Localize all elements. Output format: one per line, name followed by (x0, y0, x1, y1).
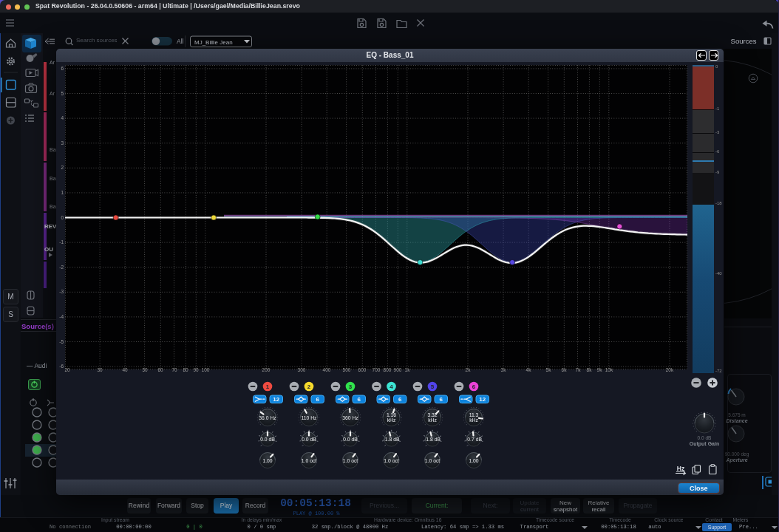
svg-text:4: 4 (390, 383, 393, 390)
svg-text:11.3: 11.3 (469, 412, 479, 417)
svg-text:6: 6 (439, 396, 443, 403)
svg-text:1.0 oct: 1.0 oct (302, 458, 317, 463)
svg-text:kHz: kHz (387, 417, 396, 423)
svg-text:1.0 oct: 1.0 oct (343, 458, 358, 463)
svg-text:0.0 dB: 0.0 dB (343, 437, 358, 442)
svg-text:1.00: 1.00 (469, 458, 478, 463)
svg-text:1: 1 (266, 383, 270, 390)
svg-text:1.16: 1.16 (387, 412, 396, 417)
svg-text:-0.7 dB: -0.7 dB (466, 437, 482, 442)
svg-text:kHz: kHz (469, 417, 478, 423)
svg-text:3.32: 3.32 (427, 412, 437, 417)
svg-text:-1.8 dB: -1.8 dB (424, 437, 440, 442)
svg-text:0.0 dB: 0.0 dB (302, 437, 316, 442)
svg-text:12: 12 (479, 396, 486, 403)
svg-text:-1.8 dB: -1.8 dB (384, 437, 400, 442)
svg-text:1.0 oct: 1.0 oct (425, 458, 440, 463)
svg-text:2: 2 (307, 383, 311, 390)
svg-text:0.0 dB: 0.0 dB (698, 435, 712, 440)
svg-text:Hz: Hz (677, 465, 684, 472)
svg-text:360 Hz: 360 Hz (342, 415, 358, 420)
svg-text:3: 3 (349, 383, 353, 390)
svg-text:6: 6 (357, 396, 361, 403)
svg-text:0.0 dB: 0.0 dB (260, 437, 275, 442)
svg-text:kHz: kHz (428, 417, 437, 423)
svg-text:36.0 Hz: 36.0 Hz (259, 415, 276, 420)
svg-text:Output Gain: Output Gain (690, 441, 719, 447)
svg-text:1.0 oct: 1.0 oct (384, 458, 399, 463)
svg-text:12: 12 (273, 396, 279, 403)
svg-text:1.00: 1.00 (262, 458, 272, 463)
svg-text:6: 6 (398, 396, 402, 403)
svg-text:6: 6 (316, 396, 319, 403)
svg-text:5: 5 (431, 383, 435, 390)
svg-text:6: 6 (472, 383, 476, 390)
svg-text:110 Hz: 110 Hz (301, 415, 317, 420)
